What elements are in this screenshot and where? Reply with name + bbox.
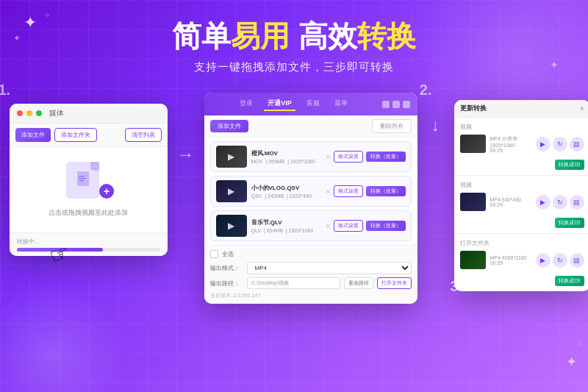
main-delete-button[interactable]: 删除所有 [372, 119, 412, 133]
main-minimize-btn[interactable] [382, 101, 390, 108]
file-name-2: 小小的VLOG.QSV [251, 184, 320, 192]
results-close-button[interactable]: × [580, 104, 584, 113]
result-play-btn-1[interactable]: ▶ [536, 137, 551, 152]
header: 简单易用 高效转换 支持一键拖拽添加文件，三步即可转换 [0, 0, 588, 74]
upload-drop-area[interactable]: + 点击或拖拽视频至此处添加 [10, 147, 168, 232]
version-label: 当前版本: 2.0.563.147 [210, 292, 412, 299]
file-delete-icon-3[interactable]: ✕ [325, 222, 331, 230]
upload-toolbar: 添加文件 添加文件夹 清空列表 [10, 124, 168, 147]
upload-clear-button[interactable]: 清空列表 [125, 128, 162, 142]
results-titlebar: 更新转换 × [454, 100, 589, 118]
result-info-2: MP4 640*480 00:29 [490, 197, 531, 207]
file-format-btn-3[interactable]: 格式设置 [334, 220, 363, 232]
result-info-3: MP4 4096*2160 00:29 [490, 255, 531, 266]
result-item-content-1: MP4 分辨率: 1920*1080 00:29 ▶ ↻ ▤ [460, 135, 584, 153]
output-format-select[interactable]: MP4 AVI MKV [247, 262, 412, 274]
result-success-btn-3[interactable]: 转换成功! [555, 276, 584, 286]
upload-add-folder-button[interactable]: 添加文件夹 [54, 128, 97, 142]
tab-login[interactable]: 登录 [236, 97, 257, 111]
win-minimize-dot[interactable] [26, 110, 32, 116]
result-refresh-btn-2[interactable]: ↻ [553, 195, 567, 210]
result-item-header-3: 打开文件夹 [460, 239, 584, 247]
title-part1: 简单 [172, 20, 231, 52]
result-success-btn-2[interactable]: 转换成功! [555, 218, 584, 228]
svg-rect-1 [79, 176, 85, 177]
upload-window-title: 媒体 [49, 108, 64, 118]
tab-service[interactable]: 客服 [303, 97, 323, 111]
result-success-btn-1[interactable]: 转换成功! [555, 160, 584, 170]
result-actions-2: ▶ ↻ ▤ [536, 195, 584, 210]
upload-file-icon [66, 162, 99, 199]
file-format-btn-1[interactable]: 格式设置 [334, 151, 363, 163]
result-item-content-2: MP4 640*480 00:29 ▶ ↻ ▤ [460, 193, 584, 211]
upload-bottom: 转换中... [10, 232, 168, 256]
file-info-3: 音乐节.QLV QLV | 854MB | 1920*1080 [251, 218, 320, 233]
select-all-checkbox[interactable] [210, 250, 218, 258]
file-name-3: 音乐节.QLV [251, 218, 320, 227]
win-maximize-dot[interactable] [36, 110, 42, 116]
output-path-row: 输出路径： C:\Desktop\视频 更改路径 打开文件夹 [210, 277, 412, 289]
main-add-file-button[interactable]: 添加文件 [210, 120, 248, 132]
file-name-1: 橙风.MOV [251, 149, 320, 157]
result-meta-1b: 00:29 [490, 148, 531, 153]
title-part2: 高效 [298, 20, 357, 52]
main-close-btn[interactable] [403, 101, 410, 108]
file-delete-icon-1[interactable]: ✕ [325, 153, 331, 161]
step2-number: 2. [420, 82, 432, 99]
output-format-row: 输出格式： MP4 AVI MKV [210, 262, 412, 274]
main-bottom: 全选 输出格式： MP4 AVI MKV 输出路径： C:\Desktop\视频… [204, 245, 417, 304]
upload-plus-icon: + [99, 184, 114, 199]
result-meta-2a: MP4 640*480 [490, 197, 531, 202]
right-arrow-icon: → [177, 144, 195, 165]
steps-container: 1. 媒体 添加文件 添加文件夹 清空列表 [0, 74, 588, 304]
tab-vip[interactable]: 开通VIP [264, 97, 295, 111]
result-folder-btn-1[interactable]: ▤ [570, 137, 584, 152]
result-play-btn-3[interactable]: ▶ [536, 253, 551, 268]
result-meta-3b: 00:29 [490, 260, 531, 266]
down-arrow-icon: ↓ [431, 115, 440, 135]
change-path-button[interactable]: 更改路径 [344, 277, 373, 289]
upload-add-file-button[interactable]: 添加文件 [15, 128, 51, 142]
select-all-label: 全选 [222, 250, 234, 258]
main-maximize-btn[interactable] [392, 101, 400, 108]
output-path-field: C:\Desktop\视频 [247, 277, 340, 289]
star-icon-6: ✧ [576, 341, 582, 348]
result-info-1: MP4 分辨率: 1920*1080 00:29 [490, 135, 531, 153]
file-actions-2: ✕ 格式设置 转换（批量） [325, 185, 406, 197]
file-meta-3: QLV | 854MB | 1920*1080 [251, 228, 320, 233]
tab-menu[interactable]: 菜单 [331, 97, 351, 111]
step3-number: 3. [451, 278, 463, 295]
output-path-label: 输出路径： [210, 279, 243, 288]
result-refresh-btn-3[interactable]: ↻ [553, 253, 567, 268]
file-delete-icon-2[interactable]: ✕ [325, 188, 331, 196]
result-play-btn-2[interactable]: ▶ [536, 195, 551, 210]
file-thumb-1: ▶ [216, 146, 247, 168]
result-refresh-btn-1[interactable]: ↻ [553, 137, 567, 152]
main-window: 登录 开通VIP 客服 菜单 添加文件 删除所有 [204, 93, 417, 304]
upload-window: 媒体 添加文件 添加文件夹 清空列表 + [10, 104, 168, 256]
upload-drop-text: 点击或拖拽视频至此处添加 [49, 208, 128, 218]
result-folder-btn-2[interactable]: ▤ [570, 195, 584, 210]
file-info-1: 橙风.MOV MOV | 354MB | 1920*1080 [251, 149, 320, 164]
result-folder-btn-3[interactable]: ▤ [570, 253, 584, 268]
subtitle: 支持一键拖拽添加文件，三步即可转换 [0, 60, 588, 74]
output-format-label: 输出格式： [210, 264, 243, 272]
upload-progress-track [17, 248, 160, 252]
file-format-btn-2[interactable]: 格式设置 [334, 185, 363, 197]
file-convert-btn-3[interactable]: 转换（批量） [366, 221, 406, 231]
step1-number: 1. [0, 82, 10, 99]
open-folder-button[interactable]: 打开文件夹 [377, 277, 412, 289]
arrow-step2-step3: ↓ [425, 115, 447, 135]
file-convert-btn-2[interactable]: 转换（批量） [366, 186, 406, 196]
result-thumb-1 [460, 135, 486, 153]
file-thumb-2: ▶ [216, 180, 247, 202]
main-tabs: 登录 开通VIP 客服 菜单 [212, 97, 376, 111]
result-item-header-2: 视频 [460, 181, 584, 189]
result-item-3: 打开文件夹 MP4 4096*2160 00:29 ▶ ↻ ▤ 转换成功! [454, 234, 589, 291]
upload-titlebar: 媒体 [10, 104, 168, 124]
file-convert-btn-1[interactable]: 转换（批量） [366, 152, 406, 162]
file-meta-2: QSV | 245MB | 1920*480 [251, 193, 320, 199]
result-item-content-3: MP4 4096*2160 00:29 ▶ ↻ ▤ [460, 251, 584, 269]
win-close-dot[interactable] [17, 110, 23, 116]
main-titlebar: 登录 开通VIP 客服 菜单 [204, 93, 417, 115]
